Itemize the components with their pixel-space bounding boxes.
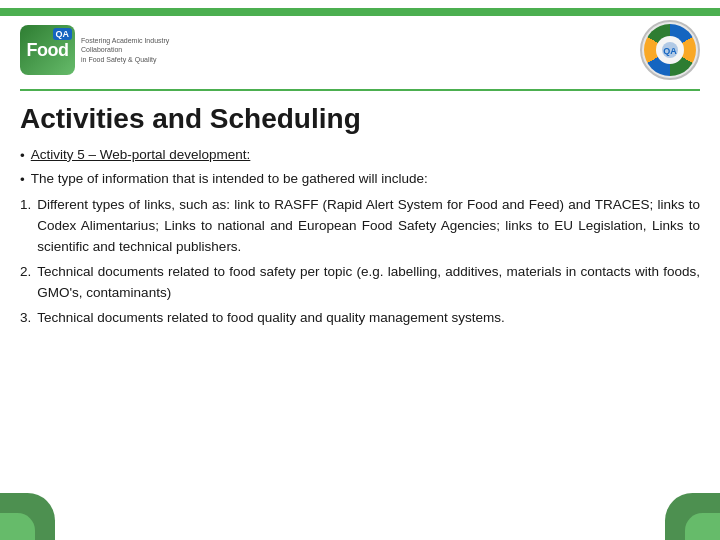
emblem-center: QA (656, 36, 684, 64)
intro-text: The type of information that is intended… (31, 169, 700, 191)
foodqa-logo: Food QA Fostering Academic Industry Coll… (20, 25, 181, 75)
page-title: Activities and Scheduling (0, 99, 720, 145)
logo-circle: Food QA (20, 25, 75, 75)
header-bar (0, 8, 720, 16)
activity-label: Activity 5 – Web-portal development: (31, 145, 700, 167)
slide-container: Food QA Fostering Academic Industry Coll… (0, 8, 720, 540)
header-area: Food QA Fostering Academic Industry Coll… (0, 8, 720, 85)
svg-text:QA: QA (663, 46, 677, 56)
num-label-2: 2. (20, 262, 31, 304)
logo-subtitle: Fostering Academic Industry Collaboratio… (81, 36, 181, 63)
numbered-list: 1. Different types of links, such as: li… (20, 195, 700, 329)
num-label-3: 3. (20, 308, 31, 329)
num-text-3: Technical documents related to food qual… (37, 308, 700, 329)
corner-br-inner (685, 513, 720, 540)
bullet-item-2: • The type of information that is intend… (20, 169, 700, 191)
content-area: • Activity 5 – Web-portal development: •… (0, 145, 720, 329)
emblem-inner: QA (644, 24, 696, 76)
logo-food-text: Food (27, 40, 69, 61)
corner-bl-inner (0, 513, 35, 540)
bullet-dot-2: • (20, 170, 25, 191)
numbered-item-2: 2. Technical documents related to food s… (20, 262, 700, 304)
numbered-item-3: 3. Technical documents related to food q… (20, 308, 700, 329)
numbered-item-1: 1. Different types of links, such as: li… (20, 195, 700, 258)
num-text-1: Different types of links, such as: link … (37, 195, 700, 258)
logo-qa-badge: QA (53, 28, 73, 40)
num-text-2: Technical documents related to food safe… (37, 262, 700, 304)
emblem-logo: QA (640, 20, 700, 80)
num-label-1: 1. (20, 195, 31, 258)
bullet-dot-1: • (20, 146, 25, 167)
divider-line (20, 89, 700, 91)
bullet-item-1: • Activity 5 – Web-portal development: (20, 145, 700, 167)
